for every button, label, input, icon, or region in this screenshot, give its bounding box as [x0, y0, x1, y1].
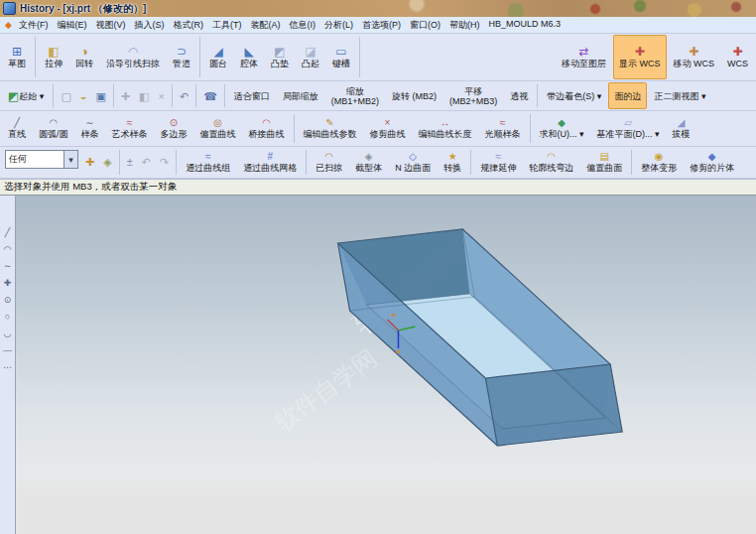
toolbar-button[interactable]: ◠ 圆弧/圆 [33, 112, 74, 145]
left-toolbar-icon[interactable]: ◠ [4, 244, 12, 254]
toolbar-button[interactable]: × 修剪曲线 [364, 112, 412, 145]
toolbar-button-icon: ↶ [180, 90, 189, 102]
menu-item[interactable]: 文件(F) [15, 19, 53, 32]
menu-item[interactable]: 格式(R) [169, 19, 207, 32]
left-toolbar-icon[interactable]: ◡ [4, 329, 12, 338]
toolbar-button[interactable]: ╱ 直线 [2, 112, 32, 145]
menu-item[interactable]: 工具(T) [208, 19, 246, 32]
toolbar-button[interactable]: ◎ 偏置曲线 [194, 112, 242, 145]
toolbar-button[interactable]: ▭ 键槽 [326, 35, 356, 79]
toolbar-button[interactable]: ◣ 腔体 [234, 35, 264, 79]
toolbar-button[interactable]: 平移 (MB2+MB3) [443, 82, 503, 109]
toolbar-button[interactable]: # 通过曲线网格 [237, 148, 303, 177]
toolbar-button[interactable]: ≈ 艺术样条 [106, 112, 154, 145]
menu-item[interactable]: 窗口(O) [406, 19, 444, 32]
toolbar-button[interactable]: ± [123, 148, 137, 177]
toolbar-button[interactable]: ⊙ 多边形 [155, 112, 193, 145]
left-toolbar-icon[interactable]: ╱ [5, 227, 10, 237]
toolbar-button[interactable]: ◠ 已扫掠 [310, 148, 348, 177]
toolbar-button[interactable]: ▣ [91, 82, 109, 109]
toolbar-button[interactable]: ≈ 通过曲线组 [180, 148, 236, 177]
toolbar-button[interactable]: ↷ [156, 148, 173, 177]
left-toolbar-icon[interactable]: ⊙ [4, 295, 12, 305]
toolbar-button[interactable]: ◆ 求和(U)... ▾ [534, 112, 590, 145]
viewport-3d[interactable]: 软件自学网 软件自学网 [16, 196, 756, 534]
toolbar-separator [35, 37, 36, 77]
toolbar-button[interactable]: ✚ 移动 WCS [668, 35, 721, 79]
toolbar-button[interactable]: ✚ [81, 148, 98, 177]
toolbar-button[interactable]: ⇄ 移动至图层 [556, 35, 612, 79]
menu-item[interactable]: 信息(I) [285, 19, 319, 32]
toolbar-button[interactable]: ☎ [199, 82, 221, 109]
toolbar-button[interactable]: ≈ 规律延伸 [474, 148, 522, 177]
toolbar-button[interactable]: ⊞ 草图 [2, 35, 32, 79]
toolbar-button[interactable]: ◩ 起始 ▾ [2, 82, 50, 109]
toolbar-button[interactable]: ◒ [76, 82, 91, 109]
toolbar-button[interactable]: ◆ 修剪的片体 [684, 148, 740, 177]
toolbar-button[interactable]: ◠ 轮廓线弯边 [523, 148, 579, 177]
left-toolbar-icon[interactable]: ○ [5, 312, 10, 322]
toolbar-button[interactable]: ◧ 拉伸 [39, 35, 68, 79]
toolbar-button[interactable]: 面的边 [608, 82, 647, 109]
toolbar-button[interactable]: ≈ 光顺样条 [479, 112, 527, 145]
toolbar-button[interactable]: 带边着色(S) ▾ [541, 82, 607, 109]
toolbar-button-icon: ▣ [95, 90, 105, 102]
toolbar-button[interactable]: ⊃ 管道 [167, 35, 196, 79]
toolbar-button[interactable]: ↶ [176, 82, 192, 109]
toolbar-button[interactable]: 适合窗口 [228, 82, 276, 109]
left-toolbar-icon[interactable]: — [3, 345, 12, 355]
toolbar-button[interactable]: × [154, 82, 168, 109]
toolbar-button-icon: ≈ [500, 118, 506, 128]
toolbar-button[interactable]: ◇ N 边曲面 [389, 148, 437, 177]
toolbar-button[interactable]: 正二测视图 ▾ [648, 82, 711, 109]
toolbar-button[interactable]: ◈ 截型体 [349, 148, 388, 177]
toolbar-button-label: 整体变形 [641, 163, 677, 173]
menu-item[interactable]: 帮助(H) [445, 19, 484, 32]
toolbar-button[interactable]: ◪ 凸起 [296, 35, 325, 79]
toolbar-button-icon: ↶ [142, 157, 151, 167]
left-toolbar-icon[interactable]: ✚ [4, 278, 12, 288]
toolbar-button-label: 平移 (MB2+MB3) [449, 86, 497, 106]
toolbar-button[interactable]: ◢ 圆台 [203, 35, 233, 79]
toolbar-button[interactable]: 缩放 (MB1+MB2) [325, 82, 385, 109]
menu-item[interactable]: HB_MOULD M6.3 [484, 19, 565, 32]
left-toolbar-icon[interactable]: ∼ [4, 261, 12, 271]
toolbar-button[interactable]: ✚ WCS [721, 35, 754, 79]
toolbar-button[interactable]: ∼ 样条 [75, 112, 105, 145]
menu-item[interactable]: 首选项(P) [358, 19, 405, 32]
chevron-down-icon[interactable]: ▾ [64, 150, 78, 169]
toolbar-button[interactable]: ◈ [99, 148, 115, 177]
toolbar-button[interactable]: 局部缩放 [277, 82, 324, 109]
toolbar-button[interactable]: ↶ [138, 148, 155, 177]
selection-filter-dropdown[interactable]: 任何 ▾ [5, 151, 78, 168]
menu-app-icon[interactable]: ◆ [5, 20, 12, 30]
menu-item[interactable]: 编辑(E) [53, 19, 90, 32]
toolbar-button[interactable]: ▱ 基准平面(D)... ▾ [591, 112, 666, 145]
toolbar-button[interactable]: ▢ [57, 82, 74, 109]
toolbar-button[interactable]: ◑ 回转 [69, 35, 99, 79]
toolbar-button[interactable]: ◢ 拔模 [667, 112, 696, 145]
toolbar-button[interactable]: ✎ 编辑曲线参数 [298, 112, 363, 145]
toolbar-button[interactable]: ◠ 沿导引线扫掠 [100, 35, 166, 79]
toolbar-button[interactable]: ▤ 偏置曲面 [580, 148, 628, 177]
toolbar-button[interactable]: ◠ 桥接曲线 [243, 112, 291, 145]
toolbar-button[interactable]: ◧ [135, 82, 153, 109]
menu-item[interactable]: 分析(L) [320, 19, 357, 32]
menu-item[interactable]: 装配(A) [246, 19, 284, 32]
toolbar-button[interactable]: ◉ 整体变形 [635, 148, 683, 177]
toolbar-button[interactable]: ↔ 编辑曲线长度 [413, 112, 478, 145]
toolbar-button[interactable]: ✚ [117, 82, 134, 109]
toolbar-button[interactable]: ✚ 显示 WCS [613, 35, 667, 79]
toolbar-button-icon: ∼ [85, 118, 93, 128]
toolbar-button-icon: ⊃ [177, 46, 187, 58]
toolbar-button[interactable]: 透视 [504, 82, 534, 109]
menu-item[interactable]: 插入(S) [130, 19, 168, 32]
solid-box[interactable] [338, 229, 623, 446]
menu-bar: ◆ 文件(F) 编辑(E) 视图(V) 插入(S) 格式(R) 工具(T) 装配… [0, 17, 756, 34]
graphics-viewport[interactable]: 软件自学网 软件自学网 [16, 196, 756, 534]
menu-item[interactable]: 视图(V) [91, 19, 129, 32]
toolbar-button[interactable]: ★ 转换 [438, 148, 467, 177]
left-toolbar-icon[interactable]: ⋯ [3, 362, 12, 372]
toolbar-button[interactable]: 旋转 (MB2) [386, 82, 442, 109]
toolbar-button[interactable]: ◩ 凸垫 [265, 35, 295, 79]
